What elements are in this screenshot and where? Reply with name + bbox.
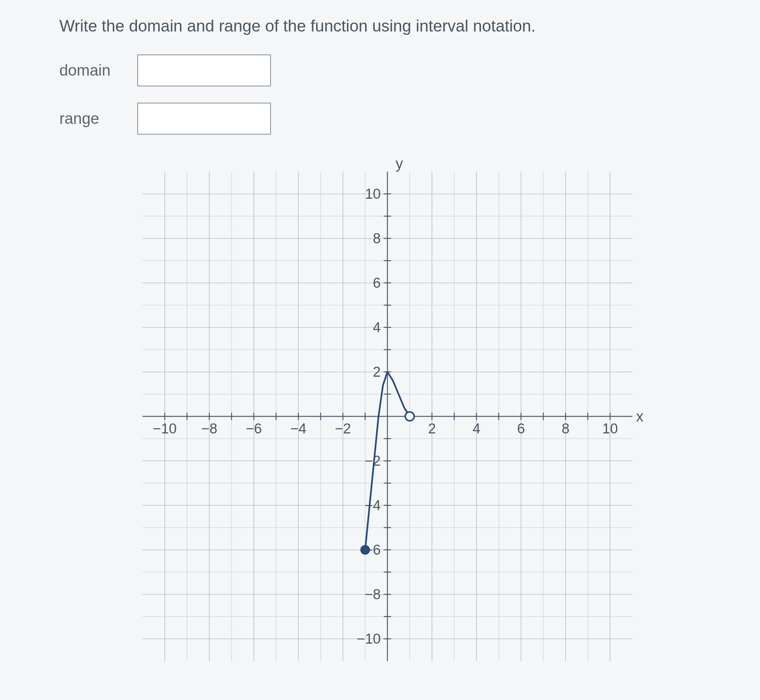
x-tick-label: 6 (517, 421, 525, 436)
y-tick-label: 10 (365, 186, 381, 202)
y-tick-label: −4 (365, 498, 381, 513)
axes (143, 172, 632, 661)
y-tick-label: 4 (373, 320, 381, 335)
range-label: range (60, 110, 137, 128)
coordinate-graph: −10−8−6−4−2246810−10−8−6−4−2246810yx (143, 172, 632, 661)
y-tick-label: 2 (373, 364, 381, 380)
x-tick-label: 10 (602, 421, 618, 436)
y-tick-label: 8 (373, 231, 381, 246)
y-axis-label: y (396, 155, 403, 172)
open-endpoint (405, 412, 414, 421)
domain-row: domain (60, 55, 716, 86)
domain-input[interactable] (137, 55, 271, 86)
x-axis-label: x (636, 408, 644, 425)
y-tick-label: −10 (357, 631, 381, 647)
question-prompt: Write the domain and range of the functi… (60, 15, 716, 37)
y-tick-label: 6 (373, 275, 381, 291)
domain-label: domain (60, 61, 137, 79)
x-tick-label: −10 (153, 421, 177, 436)
x-tick-label: 8 (561, 421, 569, 436)
graph-container: −10−8−6−4−2246810−10−8−6−4−2246810yx (60, 172, 716, 661)
range-row: range (60, 103, 716, 134)
closed-endpoint (361, 545, 370, 554)
question-page: Write the domain and range of the functi… (0, 0, 760, 700)
x-tick-label: −8 (201, 421, 217, 436)
x-tick-label: 4 (472, 421, 480, 436)
y-tick-label: −8 (365, 586, 381, 602)
range-input[interactable] (137, 103, 271, 134)
x-tick-label: −4 (290, 421, 306, 436)
x-tick-label: −6 (246, 421, 262, 436)
x-tick-label: 2 (428, 421, 436, 436)
x-tick-label: −2 (335, 421, 351, 436)
